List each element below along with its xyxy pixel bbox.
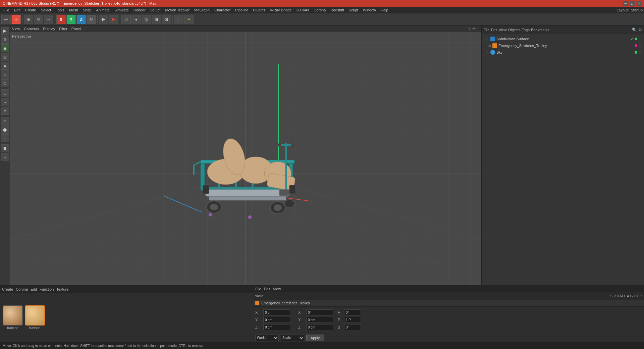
om-settings-icon[interactable]: ⚙ <box>638 28 642 32</box>
display-mode-btn[interactable]: ◇ <box>121 15 131 24</box>
tree-item-sky[interactable]: ○ Sky <box>483 49 643 56</box>
attr-icon-s[interactable]: S <box>610 294 612 298</box>
left-tool-6[interactable]: ∟ <box>1 89 9 97</box>
attr-menu-file[interactable]: File <box>255 287 261 291</box>
texture-btn[interactable]: ⊠ <box>162 15 171 24</box>
attr-icon-g[interactable]: G <box>630 294 633 298</box>
menu-help[interactable]: Help <box>379 7 390 13</box>
menu-3dtoall[interactable]: 3DToAll <box>294 7 311 13</box>
minimize-button[interactable]: ─ <box>623 1 628 6</box>
render-region-btn[interactable]: ▶ <box>99 15 108 24</box>
left-tool-layer[interactable]: ☰ <box>1 144 9 152</box>
viewport-icon-2[interactable]: ✛ <box>472 27 476 31</box>
attr-b-input[interactable] <box>344 324 361 330</box>
scale-dropdown[interactable]: Scale <box>281 335 304 341</box>
attr-icon-d[interactable]: D <box>634 294 636 298</box>
menu-motion-tracker[interactable]: Motion Tracker <box>163 7 192 13</box>
z-axis-btn[interactable]: Z <box>76 15 86 24</box>
viewport-menu-view[interactable]: View <box>12 27 20 31</box>
om-menu-tags[interactable]: Tags <box>522 28 530 32</box>
left-tool-select[interactable]: ▶ <box>1 27 9 35</box>
close-button[interactable]: ✕ <box>637 1 641 6</box>
attr-menu-view[interactable]: View <box>273 287 281 291</box>
attr-h-input[interactable] <box>344 309 361 315</box>
left-tool-2[interactable]: ▤ <box>1 53 9 61</box>
x-axis-btn[interactable]: X <box>56 15 66 24</box>
left-tool-5[interactable]: ⬡ <box>1 79 9 87</box>
viewport-icon-1[interactable]: ⊹ <box>468 27 471 31</box>
tree-item-subdivision[interactable]: ⬡ Subdivision Surface ✓ <box>483 36 643 42</box>
left-tool-sculpt[interactable]: ⊙ <box>1 117 9 125</box>
left-tool-pen[interactable]: ✏ <box>1 107 9 115</box>
viewport-menu-display[interactable]: Display <box>43 27 55 31</box>
move-tool[interactable]: ⊕ <box>24 15 33 24</box>
apply-button[interactable]: Apply <box>306 335 324 341</box>
wireframe-btn[interactable]: ◎ <box>142 15 151 24</box>
mat-menu-texture[interactable]: Texture <box>56 287 68 291</box>
attr-icon-v[interactable]: V <box>613 294 616 298</box>
menu-tools[interactable]: Tools <box>54 7 66 13</box>
attr-y-pos-input[interactable] <box>263 317 290 323</box>
menu-select[interactable]: Select <box>39 7 53 13</box>
menu-create[interactable]: Create <box>23 7 38 13</box>
menu-plugins[interactable]: Plugins <box>251 7 267 13</box>
om-search-icon[interactable]: 🔍 <box>632 28 637 32</box>
attr-icon-e[interactable]: E <box>637 294 640 298</box>
menu-script[interactable]: Script <box>347 7 360 13</box>
menu-sculpt[interactable]: Sculpt <box>148 7 163 13</box>
attr-y-rot-input[interactable] <box>306 317 333 323</box>
render-btn[interactable]: ▶ <box>109 15 118 24</box>
tree-item-stretcher[interactable]: ⊞ Emergency_Stretcher_Trolley <box>483 42 643 49</box>
menu-simulate[interactable]: Simulate <box>112 7 131 13</box>
viewport-menu-cameras[interactable]: Cameras <box>24 27 39 31</box>
rotate-tool[interactable]: ↻ <box>34 15 43 24</box>
camera-btn[interactable]: 🎥 <box>174 15 183 24</box>
maximize-button[interactable]: □ <box>630 1 635 6</box>
om-menu-objects[interactable]: Objects <box>508 28 520 32</box>
material-item-1[interactable]: transpo <box>3 305 23 330</box>
mat-swatch-2[interactable] <box>25 305 45 326</box>
left-tool-7[interactable]: ⊸ <box>1 98 9 106</box>
attr-x-pos-input[interactable] <box>263 309 290 315</box>
attr-icon-a[interactable]: A <box>627 294 629 298</box>
grid-btn[interactable]: ⊞ <box>152 15 161 24</box>
3d-viewport[interactable]: Perspective Grid Spacing : 100 cm X Y Z <box>10 32 481 315</box>
redo-button[interactable]: + <box>11 15 21 24</box>
attr-z-pos-input[interactable] <box>263 324 290 330</box>
y-axis-btn[interactable]: Y <box>66 15 76 24</box>
light-btn[interactable]: ☀ <box>184 15 194 24</box>
left-tool-smooth[interactable]: ≈ <box>1 134 9 142</box>
menu-render[interactable]: Render <box>131 7 148 13</box>
menu-edit[interactable]: Edit <box>12 7 22 13</box>
menu-redshift[interactable]: Redshift <box>328 7 346 13</box>
om-menu-bookmarks[interactable]: Bookmarks <box>531 28 549 32</box>
menu-window[interactable]: Window <box>361 7 378 13</box>
menu-corona[interactable]: Corona <box>312 7 328 13</box>
om-menu-edit[interactable]: Edit <box>491 28 497 32</box>
left-tool-move[interactable]: ⊕ <box>1 36 9 44</box>
mat-menu-function[interactable]: Function <box>40 287 54 291</box>
mat-menu-corona[interactable]: Corona <box>16 287 28 291</box>
menu-snap[interactable]: Snap <box>81 7 94 13</box>
viewport-menu-filter[interactable]: Filter <box>59 27 67 31</box>
menu-mesh[interactable]: Mesh <box>67 7 80 13</box>
menu-file[interactable]: File <box>1 7 11 13</box>
attr-icon-r[interactable]: R <box>617 294 619 298</box>
left-tool-3[interactable]: ◆ <box>1 62 9 70</box>
menu-mograph[interactable]: MoGraph <box>192 7 212 13</box>
shading-btn[interactable]: ● <box>131 15 141 24</box>
mat-swatch-1[interactable] <box>3 305 23 326</box>
attr-menu-edit[interactable]: Edit <box>264 287 270 291</box>
attr-icon-x[interactable]: X <box>640 294 643 298</box>
coord-system-dropdown[interactable]: World <box>255 335 279 341</box>
attr-z-rot-input[interactable] <box>306 324 333 330</box>
viewport-icon-3[interactable]: □ <box>477 27 479 31</box>
attr-x-rot-input[interactable] <box>306 309 333 315</box>
left-tool-1[interactable]: ▣ <box>1 44 9 52</box>
menu-vray[interactable]: V-Ray Bridge <box>268 7 294 13</box>
menu-character[interactable]: Character <box>212 7 232 13</box>
undo-button[interactable]: ↩ <box>1 15 11 24</box>
left-tool-4[interactable]: ▷ <box>1 70 9 79</box>
left-tool-paint[interactable]: ⬤ <box>1 126 9 134</box>
attr-p-input[interactable] <box>344 317 361 323</box>
